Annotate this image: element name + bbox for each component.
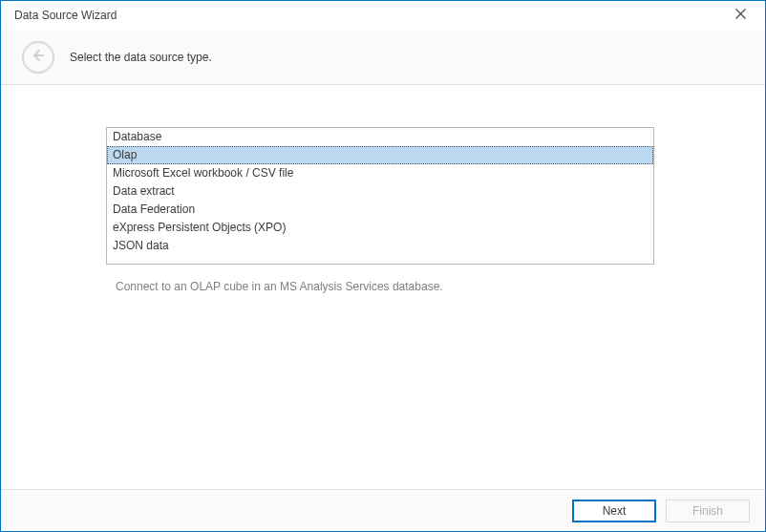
instruction-text: Select the data source type. bbox=[70, 51, 212, 64]
close-icon bbox=[735, 9, 746, 22]
data-source-type-list[interactable]: DatabaseOlapMicrosoft Excel workbook / C… bbox=[106, 127, 654, 265]
list-item[interactable]: Microsoft Excel workbook / CSV file bbox=[107, 164, 653, 182]
back-button bbox=[22, 41, 54, 74]
list-item[interactable]: Data Federation bbox=[107, 201, 653, 219]
next-button[interactable]: Next bbox=[572, 500, 656, 522]
list-item[interactable]: Olap bbox=[107, 146, 653, 164]
wizard-window: Data Source Wizard Select the data sourc… bbox=[0, 0, 766, 532]
list-item[interactable]: JSON data bbox=[107, 237, 653, 255]
arrow-left-icon bbox=[31, 48, 46, 66]
list-item[interactable]: eXpress Persistent Objects (XPO) bbox=[107, 219, 653, 237]
wizard-header: Select the data source type. bbox=[1, 30, 765, 85]
description-text: Connect to an OLAP cube in an MS Analysi… bbox=[106, 280, 660, 293]
close-button[interactable] bbox=[727, 2, 754, 29]
list-item[interactable]: Database bbox=[107, 128, 653, 146]
finish-button: Finish bbox=[666, 500, 750, 522]
content-area: DatabaseOlapMicrosoft Excel workbook / C… bbox=[1, 85, 765, 489]
footer: Next Finish bbox=[1, 489, 765, 531]
list-item[interactable]: Data extract bbox=[107, 182, 653, 201]
titlebar: Data Source Wizard bbox=[1, 1, 765, 30]
window-title: Data Source Wizard bbox=[14, 9, 727, 22]
